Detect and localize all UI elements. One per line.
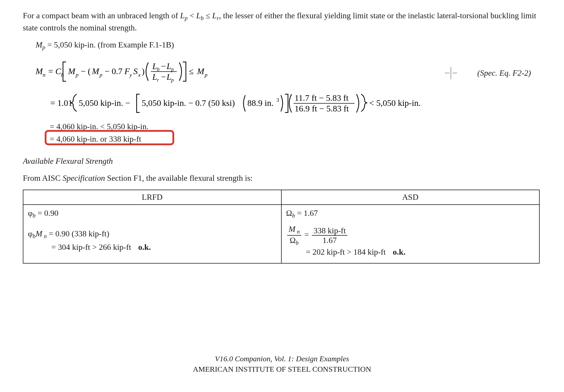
svg-text:p: p: [204, 72, 207, 78]
svg-text:= 1.01: = 1.01: [50, 98, 72, 108]
svg-text:r: r: [157, 77, 159, 83]
svg-text:−: −: [161, 61, 166, 71]
page-footer: V16.0 Companion, Vol. 1: Design Examples…: [0, 354, 564, 374]
asd-omega: Ωb = 1.67: [286, 207, 535, 220]
svg-text:b: b: [157, 67, 159, 72]
svg-text:< 5,050 kip-in.: < 5,050 kip-in.: [369, 98, 421, 108]
red-highlight-box: [45, 130, 174, 145]
highlighted-result-container: = 4,060 kip-in. or 338 kip-ft: [50, 134, 141, 144]
svg-text:p: p: [75, 72, 78, 78]
svg-text:M: M: [92, 67, 100, 76]
svg-text:88.9 in.: 88.9 in.: [247, 98, 273, 108]
svg-text:M: M: [68, 67, 76, 76]
available-strength-sentence: From AISC Specification Section F1, the …: [23, 173, 541, 184]
svg-text:L: L: [166, 72, 171, 81]
asd-line2: = 202 kip-ft > 184 kip-ft: [306, 247, 386, 256]
spec-equation-numeric: = 1.01 5,050 kip-in. − 5,050 kip-in. − 0…: [50, 91, 541, 119]
lrfd-line1: φbM n = 0.90 (338 kip-ft): [28, 227, 277, 241]
svg-text:L: L: [152, 72, 157, 81]
svg-text:M: M: [36, 67, 43, 76]
equals-sign: =: [304, 230, 311, 239]
strength-comparison-table: LRFD ASD φb = 0.90 φbM n = 0.90 (338 kip…: [23, 190, 540, 264]
lrfd-line2: = 304 kip-ft > 266 kip-ft: [51, 242, 131, 252]
lrfd-cell: φb = 0.90 φbM n = 0.90 (338 kip-ft) = 30…: [23, 205, 281, 264]
svg-text:S: S: [133, 67, 138, 76]
section-heading-available-strength: Available Flexural Strength: [23, 156, 541, 167]
svg-text:=: =: [48, 67, 53, 76]
svg-text:16.9 ft − 5.83 ft: 16.9 ft − 5.83 ft: [295, 104, 349, 113]
asd-rhs-fraction: 338 kip-ft 1.67: [312, 226, 347, 244]
svg-text:y: y: [129, 72, 132, 78]
footer-institute: AMERICAN INSTITUTE OF STEEL CONSTRUCTION: [0, 364, 564, 374]
svg-text:≤: ≤: [189, 67, 194, 76]
asd-cell: Ωb = 1.67 M n Ωb = 338 kip-ft 1.67: [281, 205, 540, 264]
lrfd-phi: φb = 0.90: [28, 207, 277, 220]
asd-ok: o.k.: [388, 247, 406, 256]
spec-eq-ref: (Spec. Eq. F2-2): [477, 68, 531, 78]
svg-text:L: L: [166, 61, 171, 71]
asd-lhs-fraction: M n Ωb: [287, 225, 301, 246]
svg-text:3: 3: [276, 97, 279, 103]
spec-equation-row: M n = C b M p − ( M p − 0.7 F y S x ): [23, 59, 541, 87]
crosshair-icon: [445, 67, 457, 79]
lrfd-ok: o.k.: [133, 242, 151, 252]
svg-text:− 0.7: − 0.7: [105, 67, 122, 76]
svg-text:5,050 kip-in. − 0.7 (50 ksi): 5,050 kip-in. − 0.7 (50 ksi): [142, 98, 235, 108]
svg-text:F: F: [124, 67, 130, 76]
spec-equation-symbolic: M n = C b M p − ( M p − 0.7 F y S x ): [36, 59, 269, 87]
svg-text:): ): [142, 67, 144, 76]
svg-text:11.7 ft − 5.83 ft: 11.7 ft − 5.83 ft: [295, 93, 349, 103]
svg-text:−: −: [161, 72, 166, 81]
svg-text:5,050 kip-in. −: 5,050 kip-in. −: [79, 98, 130, 108]
footer-title: V16.0 Companion, Vol. 1: Design Examples: [0, 354, 564, 364]
svg-text:p: p: [99, 72, 102, 78]
svg-text:p: p: [171, 77, 174, 83]
intro-paragraph: For a compact beam with an unbraced leng…: [23, 10, 541, 33]
svg-text:M: M: [197, 67, 205, 76]
svg-text:− (: − (: [81, 67, 91, 76]
asd-header: ASD: [281, 190, 540, 204]
svg-text:C: C: [55, 67, 61, 76]
svg-text:L: L: [152, 61, 157, 71]
mp-line: Mp = 5,050 kip-in. (from Example F.1-1B): [36, 39, 541, 52]
svg-text:n: n: [43, 72, 45, 78]
lrfd-header: LRFD: [23, 190, 281, 204]
svg-text:x: x: [138, 72, 141, 78]
page: For a compact beam with an unbraced leng…: [0, 0, 564, 392]
